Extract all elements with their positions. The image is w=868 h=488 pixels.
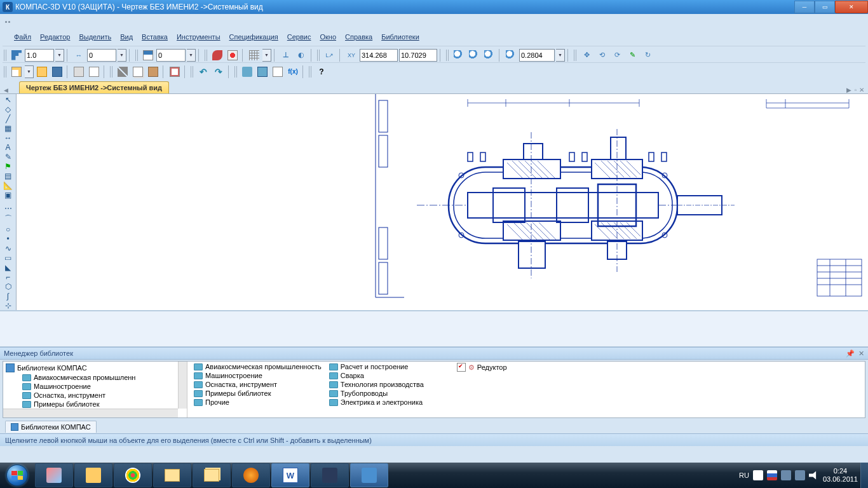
pan-button[interactable]: ✥ <box>580 48 593 62</box>
task-item[interactable] <box>193 463 231 487</box>
fx-button[interactable]: f(x) <box>286 65 300 79</box>
lt-param-icon[interactable]: ⚑ <box>2 162 15 171</box>
menu-view[interactable]: Вид <box>116 32 137 42</box>
props-button[interactable] <box>168 65 182 79</box>
lt-line-icon[interactable]: ╱ <box>2 114 15 123</box>
step-icon[interactable] <box>10 48 24 62</box>
lt-dim-icon[interactable]: ↔ <box>2 133 15 142</box>
zoom-next-button[interactable]: ⟳ <box>610 48 624 62</box>
lt-arc-icon[interactable]: ⌒ <box>2 214 15 224</box>
menu-window[interactable]: Окно <box>316 32 340 42</box>
ortho-toggle[interactable]: ⊥ <box>279 48 293 62</box>
tool-button-1[interactable] <box>240 65 254 79</box>
tab-restore-button[interactable]: ▫ <box>854 86 857 93</box>
step-dropdown[interactable]: ▼ <box>55 49 64 62</box>
zoom-prev-button[interactable]: ⟲ <box>595 48 609 62</box>
cut-button[interactable] <box>116 65 130 79</box>
lib-checked-item[interactable]: ⚙Редуктор <box>456 363 508 372</box>
lib-list-item[interactable]: Примеры библиотек <box>193 390 323 397</box>
new-button[interactable] <box>10 65 24 79</box>
new-dropdown[interactable]: ▼ <box>25 65 34 78</box>
lib-root[interactable]: Библиотеки КОМПАС <box>4 363 186 373</box>
lib-list-item[interactable]: Сварка <box>328 372 425 379</box>
lt-geom-icon[interactable]: ◇ <box>2 105 15 114</box>
redo-button[interactable]: ↷ <box>212 65 226 79</box>
tray-flag-icon[interactable] <box>767 470 777 480</box>
menu-file[interactable]: Файл <box>10 32 35 42</box>
tray-clock[interactable]: 0:24 03.06.2011 <box>823 467 858 484</box>
drawing-canvas[interactable] <box>17 94 868 310</box>
redraw-button[interactable]: ✎ <box>625 48 639 62</box>
lt-text-icon[interactable]: A <box>2 143 15 152</box>
lt-chamfer-icon[interactable]: ◣ <box>2 263 15 272</box>
zoom-in-button[interactable] <box>452 48 466 62</box>
coord-x-input[interactable] <box>360 49 398 62</box>
menu-tools[interactable]: Инструменты <box>173 32 224 42</box>
magnet-toggle[interactable] <box>226 48 240 62</box>
lib-list-item[interactable]: Машиностроение <box>193 372 323 379</box>
menu-insert[interactable]: Вставка <box>138 32 172 42</box>
menu-service[interactable]: Сервис <box>283 32 315 42</box>
zoom-input[interactable] <box>519 49 555 62</box>
lt-rect-icon[interactable]: ▭ <box>2 254 15 262</box>
round-toggle[interactable]: ◐ <box>294 48 308 62</box>
lib-list-item[interactable]: Оснастка, инструмент <box>193 381 323 388</box>
zoom-dropdown[interactable]: ▼ <box>556 49 565 62</box>
task-item-word[interactable]: W <box>271 463 309 487</box>
menu-spec[interactable]: Спецификация <box>226 32 282 42</box>
lib-list-item[interactable]: Технология производства <box>328 381 425 388</box>
undo-button[interactable]: ↶ <box>196 65 210 79</box>
tab-next-button[interactable]: ▶ <box>846 86 851 93</box>
lt-spline-icon[interactable]: ∿ <box>2 244 15 253</box>
copy-button[interactable] <box>131 65 145 79</box>
coord-y-input[interactable] <box>399 49 437 62</box>
lib-tree-item[interactable]: Примеры библиотек <box>4 400 186 409</box>
show-desktop-button[interactable] <box>860 463 868 488</box>
tray-icon[interactable] <box>781 470 791 480</box>
snap-toggle[interactable] <box>210 48 224 62</box>
task-item[interactable] <box>74 463 112 487</box>
lib-list-item[interactable]: Электрика и электроника <box>328 398 425 406</box>
lt-circle-icon[interactable]: ○ <box>2 225 15 234</box>
lt-spec-icon[interactable]: ▣ <box>2 191 15 200</box>
lib-tree-item[interactable]: Машиностроение <box>4 382 186 391</box>
library-tree[interactable]: Библиотеки КОМПАС Авиакосмическая промыш… <box>3 362 187 417</box>
grid-dropdown[interactable]: ▼ <box>262 49 271 62</box>
start-button[interactable] <box>0 463 34 488</box>
refresh-button[interactable]: ↻ <box>641 48 654 62</box>
tool-button-2[interactable] <box>255 65 269 79</box>
tray-volume-icon[interactable] <box>809 470 819 480</box>
lt-edit-icon[interactable]: ✎ <box>2 152 15 161</box>
task-item[interactable] <box>114 463 152 487</box>
libmgr-close-button[interactable]: ✕ <box>858 349 864 358</box>
task-item[interactable] <box>153 463 191 487</box>
task-item-kompas[interactable] <box>350 463 388 487</box>
tool-button-3[interactable] <box>271 65 285 79</box>
lt-select-icon[interactable]: ↖ <box>2 95 15 104</box>
menu-select[interactable]: Выделить <box>75 32 115 42</box>
lt-aux-icon[interactable]: ⊹ <box>2 301 15 310</box>
tray-icon[interactable] <box>753 470 763 480</box>
maximize-button[interactable]: ▭ <box>815 1 835 13</box>
zoom-window-button[interactable] <box>482 48 496 62</box>
lib-list-item[interactable]: Расчет и построение <box>328 363 425 370</box>
menu-libraries[interactable]: Библиотеки <box>377 32 423 42</box>
lib-list-item[interactable]: Прочие <box>193 398 323 406</box>
style-dropdown[interactable]: ▼ <box>187 49 196 62</box>
task-item[interactable] <box>232 463 270 487</box>
lib-list-item[interactable]: Авиакосмическая промышленность <box>193 363 323 370</box>
lt-fillet-icon[interactable]: ⌐ <box>2 273 15 281</box>
lib-tree-item[interactable]: Авиакосмическая промышленн <box>4 373 186 382</box>
zoom-out-button[interactable] <box>467 48 481 62</box>
help-button[interactable]: ? <box>315 65 329 79</box>
lib-list-item[interactable]: Трубопроводы <box>328 390 425 397</box>
document-tab[interactable]: Чертеж БЕЗ ИМЕНИ2 ->Системный вид <box>19 81 169 93</box>
menu-editor[interactable]: Редактор <box>36 32 74 42</box>
zoom-fit-button[interactable] <box>504 48 518 62</box>
library-tab[interactable]: Библиотеки КОМПАС <box>5 421 97 433</box>
angle-dropdown[interactable]: ▼ <box>118 49 126 62</box>
lcs-toggle[interactable]: L↗ <box>323 48 337 62</box>
print-button[interactable] <box>72 65 86 79</box>
lib-tree-vscroll[interactable] <box>178 362 187 409</box>
lt-layer-icon[interactable]: ▤ <box>2 172 15 180</box>
